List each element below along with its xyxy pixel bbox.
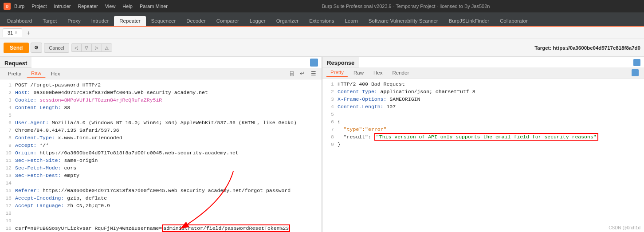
request-line-18: 18 xyxy=(3,209,319,217)
response-header-row: Response xyxy=(322,57,644,67)
request-line-11: 11 Sec-Fetch-Site: same-origin xyxy=(3,157,319,164)
request-line-13: 13 Sec-Fetch-Dest: empty xyxy=(3,172,319,179)
response-icon[interactable] xyxy=(632,69,639,76)
response-line-5: 5 xyxy=(325,110,641,118)
burp-logo: B xyxy=(4,3,11,10)
tab-extensions[interactable]: Extensions xyxy=(304,16,339,26)
response-line-3: 3 X-Frame-Options: SAMEORIGIN xyxy=(325,95,641,103)
request-line-10: 10 Origin: https://0a3600be04d9717c818f8… xyxy=(3,149,319,157)
cancel-button[interactable]: Cancel xyxy=(44,43,69,53)
tab-learn[interactable]: Learn xyxy=(339,16,363,26)
menu-project[interactable]: Project xyxy=(31,4,47,9)
request-line-7: 7 Chrome/84.0.4147.135 Safari/537.36 xyxy=(3,126,319,134)
window-title: Burp Suite Professional v2023.9 - Tempor… xyxy=(171,4,640,9)
tab-sequencer[interactable]: Sequencer xyxy=(146,16,181,26)
request-line-20: 16 csrf=n8PuBGSosyUrLizkvsar RquFjMIy4Wn… xyxy=(3,224,319,232)
response-line-9: 9 } xyxy=(325,141,641,148)
nav-tabs: Dashboard Target Proxy Intruder Repeater… xyxy=(0,12,644,27)
request-line-5: 5 xyxy=(3,111,319,119)
settings-icon-button[interactable]: ⚙ xyxy=(31,43,42,53)
response-code-area: 1 HTTP/2 400 Bad Request 2 Content-Type:… xyxy=(322,79,644,232)
request-line-17: 17 Accept-Language: zh-CN,zh;q=0.9 xyxy=(3,202,319,209)
up-arrow[interactable]: △ xyxy=(102,44,112,51)
request-header-row: Request xyxy=(0,57,322,68)
response-line-2: 2 Content-Type: application/json; charse… xyxy=(325,88,641,95)
request-line-16: 16 Accept-Encoding: gzip, deflate xyxy=(3,194,319,202)
request-line-4: 4 Content-Length: 88 xyxy=(3,104,319,111)
menu-intruder[interactable]: Intruder xyxy=(54,4,71,9)
tab-proxy[interactable]: Proxy xyxy=(62,16,86,26)
request-tab-hex[interactable]: Hex xyxy=(47,70,64,77)
tab-collaborator[interactable]: Collaborator xyxy=(495,16,533,26)
tab-target[interactable]: Target xyxy=(37,16,62,26)
forward-button[interactable]: ▷ xyxy=(92,44,102,51)
request-title: Request xyxy=(0,57,31,68)
response-layout-icon[interactable] xyxy=(633,59,640,66)
response-tab-pretty[interactable]: Pretty xyxy=(326,69,348,77)
tab-dashboard[interactable]: Dashboard xyxy=(2,16,37,26)
main-content: Request Pretty Raw Hex ⌸ ↵ ☰ 1 POST /for… xyxy=(0,57,644,232)
tab-software-vulnerability-scanner[interactable]: Software Vulnerability Scanner xyxy=(363,16,444,26)
tab-intruder[interactable]: Intruder xyxy=(86,16,114,26)
request-line-8: 8 Content-Type: x-www-form-urlencoded xyxy=(3,134,319,142)
request-panel: Request Pretty Raw Hex ⌸ ↵ ☰ 1 POST /for… xyxy=(0,57,322,232)
tab-repeater[interactable]: Repeater xyxy=(114,16,145,26)
response-line-8: 8 "result": "This version of API only su… xyxy=(325,133,641,141)
request-line-6: 6 User-Agent: Mozilla/5.0 (Windows NT 10… xyxy=(3,119,319,126)
response-tab-render[interactable]: Render xyxy=(388,69,414,76)
request-line-1: 1 POST /forgot-password HTTP/2 xyxy=(3,81,319,89)
request-line-19: 19 xyxy=(3,217,319,224)
response-line-7: 7 "type":"error" xyxy=(325,126,641,133)
highlighted-payload: administrator/field/passwordResetToken%2… xyxy=(162,224,290,232)
request-tab-pretty[interactable]: Pretty xyxy=(4,70,26,77)
menu-repeater[interactable]: Repeater xyxy=(78,4,98,9)
toolbar: Send ⚙ Cancel ◁ ▽ ▷ △ Target: https://0a… xyxy=(0,39,644,57)
response-tab-right xyxy=(632,69,640,76)
response-line-1: 1 HTTP/2 400 Bad Request xyxy=(325,80,641,88)
request-code-area: 1 POST /forgot-password HTTP/2 2 Host: 0… xyxy=(0,79,322,232)
request-line-2: 2 Host: 0a3600be04d9717c818f8a7d00fc0045… xyxy=(3,89,319,96)
request-tab-raw[interactable]: Raw xyxy=(27,70,46,78)
request-line-9: 9 Accept: */* xyxy=(3,142,319,149)
menu-burp[interactable]: Burp xyxy=(14,4,24,9)
target-info: Target: https://0a3600be04d9717c818f8a7d… xyxy=(534,45,640,51)
subtab-31[interactable]: 31 × xyxy=(3,28,22,37)
response-panel: Response Pretty Raw Hex Render 1 HTTP/2 … xyxy=(322,57,644,232)
response-tab-hex[interactable]: Hex xyxy=(369,69,387,76)
subtab-label: 31 xyxy=(8,30,13,35)
titlebar: B Burp Project Intruder Repeater View He… xyxy=(0,0,644,12)
menu-help[interactable]: Help xyxy=(122,4,133,9)
response-title: Response xyxy=(322,57,359,67)
response-highlighted-text: "This version of API only supports the e… xyxy=(374,133,598,141)
add-tab-button[interactable]: + xyxy=(24,28,33,37)
tab-organizer[interactable]: Organizer xyxy=(271,16,304,26)
close-tab-icon[interactable]: × xyxy=(15,30,17,35)
down-arrow[interactable]: ▽ xyxy=(82,44,92,51)
watermark: CSDN @0rch1d xyxy=(609,225,640,230)
response-tabs: Pretty Raw Hex Render xyxy=(322,67,644,79)
request-line-12: 12 Sec-Fetch-Mode: cors xyxy=(3,164,319,172)
request-tab-right: ⌸ ↵ ☰ xyxy=(288,69,318,78)
request-line-20-container: 16 csrf=n8PuBGSosyUrLizkvsar RquFjMIy4Wn… xyxy=(3,224,319,232)
request-layout-icon[interactable] xyxy=(310,59,318,67)
tab-comparer[interactable]: Comparer xyxy=(211,16,244,26)
request-indent-icon[interactable]: ↵ xyxy=(298,69,306,78)
request-tabs: Pretty Raw Hex ⌸ ↵ ☰ xyxy=(0,68,322,79)
menu-view[interactable]: View xyxy=(105,4,116,9)
request-line-14: 14 xyxy=(3,179,319,187)
send-button[interactable]: Send xyxy=(4,43,29,53)
request-menu-icon[interactable]: ☰ xyxy=(309,69,318,78)
response-line-4: 4 Content-Length: 107 xyxy=(325,103,641,110)
request-line-3: 3 Cookie: session=8MPoVUfJLfT8zzn84rjReQ… xyxy=(3,96,319,104)
tab-burpjslinkfinder[interactable]: BurpJSLinkFinder xyxy=(444,16,495,26)
tab-logger[interactable]: Logger xyxy=(244,16,271,26)
menu-param-miner[interactable]: Param Miner xyxy=(140,4,168,9)
tab-decoder[interactable]: Decoder xyxy=(181,16,211,26)
response-tab-raw[interactable]: Raw xyxy=(349,69,368,76)
back-button[interactable]: ◁ xyxy=(71,44,82,51)
response-line-6: 6 { xyxy=(325,118,641,126)
request-wordwrap-icon[interactable]: ⌸ xyxy=(288,69,295,78)
request-line-15: 15 Referer: https://0a3600be04d9717c818f… xyxy=(3,187,319,194)
history-nav: ◁ ▽ ▷ △ xyxy=(71,43,112,52)
menu-bar: Burp Project Intruder Repeater View Help… xyxy=(14,4,168,9)
